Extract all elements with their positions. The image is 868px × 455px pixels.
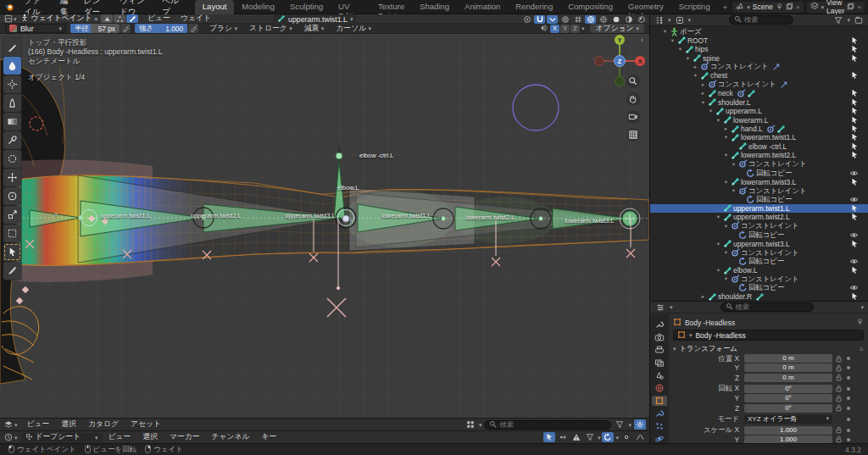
pin-icon[interactable] [776, 3, 783, 12]
bone-select-icon[interactable] [850, 98, 859, 107]
tab-animation[interactable]: Animation [457, 0, 508, 14]
outliner-row-item[interactable]: ▾コンストレイント [650, 222, 868, 230]
strength-slider[interactable]: 強さ 1.000 [135, 24, 187, 33]
tool-average-button[interactable] [3, 75, 21, 93]
tab-view-layer-tab[interactable] [652, 358, 667, 368]
expand-caret-icon[interactable]: ▸ [692, 64, 699, 70]
transform-value-field[interactable]: 0 m [744, 363, 832, 372]
expand-caret-icon[interactable]: ▾ [715, 241, 722, 247]
gizmo-y-ball[interactable]: Y [615, 35, 625, 45]
filter-button[interactable] [584, 432, 596, 442]
dope-sheet-editor-icon[interactable]: ▾ [4, 433, 18, 441]
outliner-row-item[interactable]: 回転コピー [650, 257, 868, 265]
outliner-row-hand-l[interactable]: ▸hand.L [650, 125, 868, 133]
outliner-row-item[interactable]: ▾コンストレイント [650, 248, 868, 257]
asset-search-input[interactable]: 検索 [484, 420, 611, 430]
properties-search-input[interactable]: 検索 [721, 302, 814, 312]
properties-editor-icon[interactable] [654, 302, 666, 313]
expand-caret-icon[interactable]: ▸ [699, 90, 707, 97]
paint-mask-vertex-toggle[interactable] [114, 14, 125, 23]
ortho-grid-button[interactable] [626, 128, 640, 141]
outliner-row-item[interactable]: ▾コンストレイント [650, 160, 868, 169]
expand-caret-icon[interactable]: ▾ [730, 187, 737, 194]
expand-caret-icon[interactable]: ▾ [669, 37, 676, 44]
filter-icon[interactable] [832, 15, 844, 25]
viewport-menu-view[interactable]: ビュー [142, 14, 175, 24]
outliner-row-lowerarm-l[interactable]: ▾lowerarm.L [650, 115, 868, 124]
outliner-row-elbow-ctrl-l[interactable]: elbow -ctrl.L [650, 142, 868, 151]
proportional-editing-icon[interactable] [559, 15, 570, 24]
animate-dot[interactable] [847, 376, 850, 380]
tab-output-tab[interactable] [652, 345, 667, 355]
expand-caret-icon[interactable]: ▾ [699, 99, 707, 106]
tab-shading[interactable]: Shading [412, 0, 457, 14]
transform-value-field[interactable]: 0 m [744, 374, 832, 382]
dope-sheet-mode-selector[interactable]: ドープシート ▾ [21, 433, 103, 442]
expand-caret-icon[interactable]: ▾ [676, 46, 684, 53]
gizmo-x-ball[interactable]: X [635, 56, 645, 66]
bone-select-icon[interactable] [850, 125, 859, 133]
transform-value-field[interactable]: 0° [744, 394, 832, 402]
lock-icon[interactable] [832, 355, 844, 363]
viewport-menu-weight[interactable]: ウェイト [175, 14, 216, 24]
outliner-row-chest[interactable]: ▾chest [650, 71, 868, 80]
scene-selector[interactable]: ▾ Scene × [732, 2, 803, 13]
expand-caret-icon[interactable]: ▾ [715, 117, 722, 124]
dope-menu-view[interactable]: ビュー [103, 432, 137, 442]
animate-dot[interactable] [847, 407, 850, 410]
lock-icon[interactable] [832, 395, 844, 402]
selected-bone-head[interactable] [342, 215, 349, 222]
tool-menu-cursor[interactable]: カーソル ▾ [330, 24, 377, 34]
transform-section-header[interactable]: ▾ トランスフォーム ≡ [673, 343, 864, 354]
expand-caret-icon[interactable]: ▾ [707, 108, 715, 114]
expand-caret-icon[interactable]: ▾ [715, 214, 722, 220]
interpolation-button[interactable] [634, 432, 646, 442]
animate-dot[interactable] [847, 397, 850, 400]
strength-pressure-button[interactable] [188, 24, 198, 33]
expand-caret-icon[interactable]: ▾ [692, 72, 699, 79]
panel-options-icon[interactable]: ≡ [860, 345, 864, 353]
bone-select-icon[interactable] [850, 107, 859, 115]
visibility-eye-icon[interactable] [849, 257, 859, 266]
select-tool-button[interactable] [543, 432, 555, 442]
overlays-globe-icon[interactable] [585, 15, 596, 24]
outliner-row-lowerarm-twist2-l[interactable]: ▾lowerarm.twist2.L [650, 151, 868, 159]
filter-objects-icon[interactable] [674, 15, 686, 25]
outliner-row-item[interactable]: 回転コピー [650, 169, 868, 177]
lock-icon[interactable] [832, 364, 844, 372]
view-layer-selector[interactable]: ▾ View Layer × [807, 2, 865, 13]
bone-select-icon[interactable] [850, 89, 859, 97]
tool-sample-button[interactable] [3, 131, 21, 149]
radius-pressure-button[interactable] [120, 24, 131, 33]
tab-sculpting[interactable]: Sculpting [282, 0, 331, 14]
gizmo-y-neg-ball[interactable] [615, 76, 625, 86]
lock-icon[interactable] [832, 385, 844, 392]
expand-caret-icon[interactable]: ▾ [722, 223, 730, 230]
outliner-row-upperarm-l[interactable]: ▾upperarm.L [650, 107, 868, 115]
outliner-row-hips[interactable]: ▾hips [650, 45, 868, 53]
outliner-row-item[interactable]: 回転コピー [650, 195, 868, 203]
outliner-row-lowerarm-twist1-l[interactable]: ▾lowerarm.twist1.L [650, 133, 868, 141]
dope-menu-marker[interactable]: マーカー [164, 432, 206, 442]
gizmo-z-ball[interactable]: Z [614, 55, 626, 67]
bone-select-icon[interactable] [850, 45, 859, 53]
mirror-y-toggle[interactable]: Y [560, 25, 570, 33]
tab-layout[interactable]: Layout [195, 0, 235, 14]
bone-select-icon[interactable] [850, 116, 859, 125]
bone-select-icon[interactable] [850, 213, 859, 221]
expand-caret-icon[interactable]: ▾ [722, 275, 730, 282]
elbow-ctrl-bone[interactable] [334, 146, 345, 218]
expand-caret-icon[interactable]: ▸ [699, 81, 707, 88]
expand-caret-icon[interactable]: ▸ [699, 293, 707, 300]
visibility-eye-icon[interactable] [849, 230, 859, 240]
errors-warning-button[interactable] [570, 432, 582, 442]
gizmo-x-neg-ball[interactable] [594, 56, 604, 66]
tab-texture-paint[interactable]: Texture Paint [370, 0, 412, 14]
tool-menu-stroke[interactable]: ストローク ▾ [243, 24, 298, 34]
new-scene-icon[interactable] [786, 3, 793, 12]
tab-scripting[interactable]: Scripting [671, 0, 718, 14]
expand-caret-icon[interactable]: ▾ [730, 161, 737, 168]
lock-icon[interactable] [832, 426, 844, 434]
transform-value-field[interactable]: 0° [744, 404, 832, 413]
unlink-scene-icon[interactable]: × [796, 3, 800, 11]
